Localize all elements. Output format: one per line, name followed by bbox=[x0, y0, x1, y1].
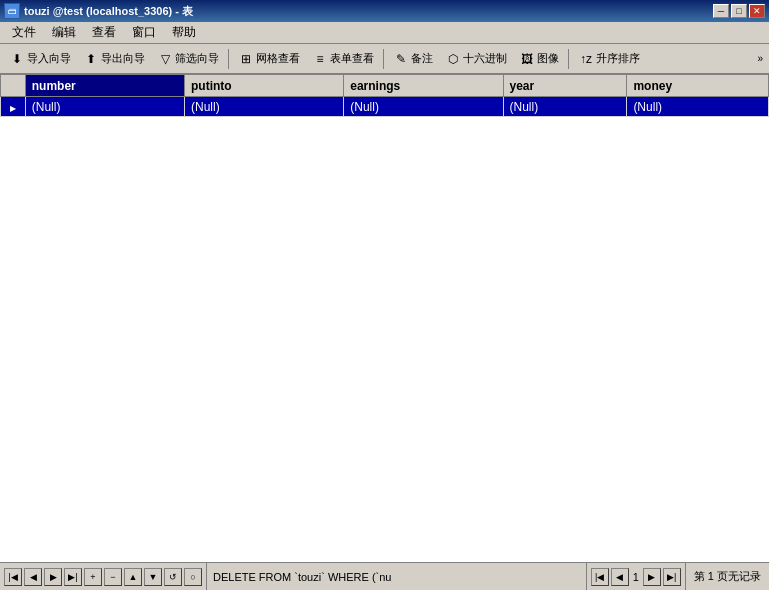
page-number: 1 bbox=[631, 571, 641, 583]
main-content: number putinto earnings year money (Null… bbox=[0, 74, 769, 562]
nav-move-down-button[interactable]: ▼ bbox=[144, 568, 162, 586]
menu-window[interactable]: 窗口 bbox=[124, 23, 164, 43]
sep1 bbox=[228, 49, 229, 69]
notes-button[interactable]: ✎ 备注 bbox=[388, 47, 438, 71]
nav-next-button[interactable]: ▶ bbox=[44, 568, 62, 586]
row-indicator-header bbox=[1, 75, 26, 97]
export-wizard-button[interactable]: ⬆ 导出向导 bbox=[78, 47, 150, 71]
col-header-number[interactable]: number bbox=[25, 75, 184, 97]
page-next-button[interactable]: ▶ bbox=[643, 568, 661, 586]
import-wizard-button[interactable]: ⬇ 导入向导 bbox=[4, 47, 76, 71]
title-bar: 🗃 touzi @test (localhost_3306) - 表 ─ □ ✕ bbox=[0, 0, 769, 22]
nav-move-up-button[interactable]: ▲ bbox=[124, 568, 142, 586]
cell-money[interactable]: (Null) bbox=[627, 97, 769, 117]
col-header-earnings[interactable]: earnings bbox=[344, 75, 503, 97]
filter-label: 筛选向导 bbox=[175, 51, 219, 66]
app-icon: 🗃 bbox=[4, 3, 20, 19]
toolbar-expand[interactable]: » bbox=[755, 51, 765, 66]
filter-wizard-button[interactable]: ▽ 筛选向导 bbox=[152, 47, 224, 71]
filter-icon: ▽ bbox=[157, 51, 173, 67]
status-page: 第 1 页无记录 bbox=[685, 563, 769, 590]
grid-view-button[interactable]: ⊞ 网格查看 bbox=[233, 47, 305, 71]
menu-file[interactable]: 文件 bbox=[4, 23, 44, 43]
nav-delete-button[interactable]: − bbox=[104, 568, 122, 586]
image-icon: 🖼 bbox=[519, 51, 535, 67]
nav-refresh-button[interactable]: ↺ bbox=[164, 568, 182, 586]
maximize-button[interactable]: □ bbox=[731, 4, 747, 18]
hex-icon: ⬡ bbox=[445, 51, 461, 67]
form-label: 表单查看 bbox=[330, 51, 374, 66]
page-first-button[interactable]: |◀ bbox=[591, 568, 609, 586]
form-view-button[interactable]: ≡ 表单查看 bbox=[307, 47, 379, 71]
page-nav: |◀ ◀ 1 ▶ ▶| bbox=[586, 563, 685, 590]
menu-help[interactable]: 帮助 bbox=[164, 23, 204, 43]
status-sql: DELETE FROM `touzi` WHERE (`nu bbox=[207, 571, 586, 583]
col-header-year[interactable]: year bbox=[503, 75, 627, 97]
nav-first-button[interactable]: |◀ bbox=[4, 568, 22, 586]
sep3 bbox=[568, 49, 569, 69]
row-indicator bbox=[1, 97, 26, 117]
image-label: 图像 bbox=[537, 51, 559, 66]
grid-label: 网格查看 bbox=[256, 51, 300, 66]
image-button[interactable]: 🖼 图像 bbox=[514, 47, 564, 71]
export-icon: ⬆ bbox=[83, 51, 99, 67]
page-prev-button[interactable]: ◀ bbox=[611, 568, 629, 586]
sort-asc-label: 升序排序 bbox=[596, 51, 640, 66]
page-last-button[interactable]: ▶| bbox=[663, 568, 681, 586]
data-table: number putinto earnings year money (Null… bbox=[0, 74, 769, 117]
window-controls: ─ □ ✕ bbox=[713, 4, 765, 18]
nav-controls: |◀ ◀ ▶ ▶| + − ▲ ▼ ↺ ○ bbox=[0, 563, 207, 590]
col-header-money[interactable]: money bbox=[627, 75, 769, 97]
hex-label: 十六进制 bbox=[463, 51, 507, 66]
cell-putinto[interactable]: (Null) bbox=[185, 97, 344, 117]
sort-asc-button[interactable]: ↑z 升序排序 bbox=[573, 47, 645, 71]
nav-clear-button[interactable]: ○ bbox=[184, 568, 202, 586]
sort-asc-icon: ↑z bbox=[578, 51, 594, 67]
nav-add-button[interactable]: + bbox=[84, 568, 102, 586]
table-row[interactable]: (Null) (Null) (Null) (Null) (Null) bbox=[1, 97, 769, 117]
form-icon: ≡ bbox=[312, 51, 328, 67]
nav-prev-button[interactable]: ◀ bbox=[24, 568, 42, 586]
status-bar: |◀ ◀ ▶ ▶| + − ▲ ▼ ↺ ○ DELETE FROM `touzi… bbox=[0, 562, 769, 590]
sep2 bbox=[383, 49, 384, 69]
export-label: 导出向导 bbox=[101, 51, 145, 66]
menu-edit[interactable]: 编辑 bbox=[44, 23, 84, 43]
minimize-button[interactable]: ─ bbox=[713, 4, 729, 18]
close-button[interactable]: ✕ bbox=[749, 4, 765, 18]
toolbar: ⬇ 导入向导 ⬆ 导出向导 ▽ 筛选向导 ⊞ 网格查看 ≡ 表单查看 ✎ 备注 … bbox=[0, 44, 769, 74]
notes-icon: ✎ bbox=[393, 51, 409, 67]
cell-year[interactable]: (Null) bbox=[503, 97, 627, 117]
menu-bar: 文件 编辑 查看 窗口 帮助 bbox=[0, 22, 769, 44]
menu-view[interactable]: 查看 bbox=[84, 23, 124, 43]
import-icon: ⬇ bbox=[9, 51, 25, 67]
import-label: 导入向导 bbox=[27, 51, 71, 66]
nav-last-button[interactable]: ▶| bbox=[64, 568, 82, 586]
notes-label: 备注 bbox=[411, 51, 433, 66]
grid-icon: ⊞ bbox=[238, 51, 254, 67]
window-title: touzi @test (localhost_3306) - 表 bbox=[24, 4, 193, 19]
cell-number[interactable]: (Null) bbox=[25, 97, 184, 117]
col-header-putinto[interactable]: putinto bbox=[185, 75, 344, 97]
hex-button[interactable]: ⬡ 十六进制 bbox=[440, 47, 512, 71]
cell-earnings[interactable]: (Null) bbox=[344, 97, 503, 117]
